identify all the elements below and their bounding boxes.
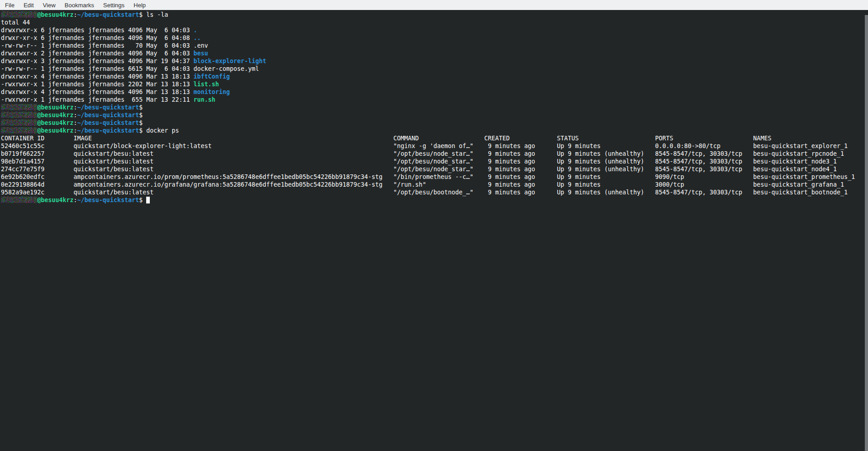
docker-ps-row: b0719f662257 quickstart/besu:latest "/op… xyxy=(1,150,868,158)
terminal-screen[interactable]: @besuu4krz:~/besu-quickstart$ ls -latota… xyxy=(0,10,868,451)
docker-ps-row: 98eb7d1a4157 quickstart/besu:latest "/op… xyxy=(1,158,868,165)
redacted-username xyxy=(1,104,37,110)
ls-entry-line: drwxrwxr-x 2 jfernandes jfernandes 4096 … xyxy=(1,50,868,57)
scrollbar-thumb[interactable] xyxy=(865,15,868,451)
prompt-line: @besuu4krz:~/besu-quickstart$ xyxy=(1,196,868,204)
menu-bar: File Edit View Bookmarks Settings Help xyxy=(0,0,868,10)
docker-ps-header: CONTAINER ID IMAGE COMMAND CREATED STATU… xyxy=(1,134,868,142)
docker-ps-row: 9582a9ae192c quickstart/besu:latest "/op… xyxy=(1,188,868,196)
menu-help[interactable]: Help xyxy=(129,2,150,9)
prompt-line: @besuu4krz:~/besu-quickstart$ docker ps xyxy=(1,127,868,134)
ls-entry-line: drwxr-xr-x 6 jfernandes jfernandes 4096 … xyxy=(1,34,868,42)
redacted-username xyxy=(1,112,37,118)
menu-bookmarks[interactable]: Bookmarks xyxy=(60,2,99,9)
ls-entry-line: -rw-rw-r-- 1 jfernandes jfernandes 70 Ma… xyxy=(1,42,868,50)
redacted-username xyxy=(1,11,37,18)
docker-ps-row: 52460c51c55c quickstart/block-explorer-l… xyxy=(1,142,868,150)
prompt-line: @besuu4krz:~/besu-quickstart$ xyxy=(1,111,868,119)
ls-total-line: total 44 xyxy=(1,19,868,26)
ls-entry-line: drwxrwxr-x 4 jfernandes jfernandes 4096 … xyxy=(1,88,868,96)
redacted-username xyxy=(1,127,37,134)
docker-ps-row: 6e92b620edfc ampcontainers.azurecr.io/pr… xyxy=(1,173,868,181)
docker-ps-row: 274cc77e75f9 quickstart/besu:latest "/op… xyxy=(1,165,868,173)
prompt-line: @besuu4krz:~/besu-quickstart$ xyxy=(1,104,868,111)
menu-file[interactable]: File xyxy=(0,2,19,9)
ls-entry-line: -rwxrwxr-x 1 jfernandes jfernandes 655 M… xyxy=(1,96,868,104)
ls-entry-line: -rwxrwxr-x 1 jfernandes jfernandes 2202 … xyxy=(1,80,868,88)
redacted-username xyxy=(1,119,37,126)
menu-edit[interactable]: Edit xyxy=(19,2,38,9)
ls-entry-line: drwxrwxr-x 3 jfernandes jfernandes 4096 … xyxy=(1,57,868,65)
ls-entry-line: -rw-rw-r-- 1 jfernandes jfernandes 6615 … xyxy=(1,65,868,73)
docker-ps-row: 0e229198864d ampcontainers.azurecr.io/gr… xyxy=(1,181,868,188)
prompt-line: @besuu4krz:~/besu-quickstart$ xyxy=(1,119,868,127)
menu-view[interactable]: View xyxy=(38,2,60,9)
menu-settings[interactable]: Settings xyxy=(99,2,129,9)
terminal-cursor xyxy=(146,197,150,203)
ls-entry-line: drwxrwxr-x 4 jfernandes jfernandes 4096 … xyxy=(1,73,868,80)
prompt-line: @besuu4krz:~/besu-quickstart$ ls -la xyxy=(1,11,868,19)
redacted-username xyxy=(1,197,37,203)
ls-entry-line: drwxrwxr-x 6 jfernandes jfernandes 4096 … xyxy=(1,26,868,34)
terminal-body: @besuu4krz:~/besu-quickstart$ ls -latota… xyxy=(0,10,868,204)
